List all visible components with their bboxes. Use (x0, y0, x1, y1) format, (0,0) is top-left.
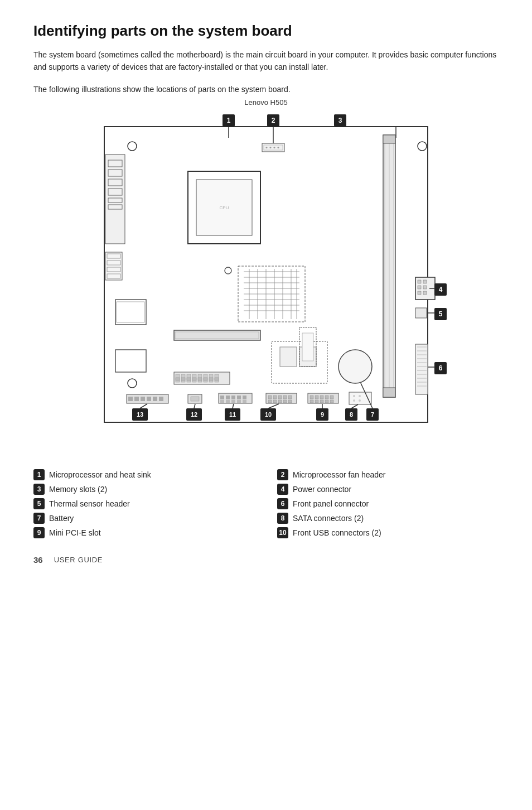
part-label-3: Memory slots (2) (49, 485, 107, 494)
svg-rect-91 (134, 397, 139, 401)
svg-rect-140 (320, 400, 323, 403)
svg-rect-57 (415, 344, 428, 394)
svg-rect-124 (268, 400, 272, 403)
svg-rect-125 (273, 400, 277, 403)
svg-rect-135 (320, 396, 323, 399)
part-number-9: 9 (33, 527, 45, 538)
svg-rect-133 (310, 396, 313, 399)
svg-text:10: 10 (265, 411, 272, 418)
svg-text:7: 7 (371, 411, 374, 418)
part-label-2: Microprocessor fan header (293, 470, 386, 479)
svg-rect-176 (209, 378, 213, 380)
svg-rect-181 (302, 333, 313, 361)
svg-rect-28 (115, 350, 146, 372)
svg-rect-32 (262, 143, 284, 152)
svg-line-98 (140, 404, 147, 408)
svg-rect-44 (418, 280, 421, 283)
svg-rect-114 (243, 400, 246, 403)
svg-line-131 (268, 404, 279, 408)
svg-rect-122 (283, 396, 287, 399)
svg-rect-41 (383, 135, 395, 143)
svg-text:2: 2 (272, 117, 275, 124)
svg-rect-94 (153, 397, 157, 401)
part-item-3: 3 Memory slots (2) (33, 484, 255, 495)
svg-point-35 (270, 147, 272, 148)
parts-list: 1 Microprocessor and heat sink 2 Micropr… (33, 469, 499, 538)
svg-rect-109 (243, 396, 246, 399)
svg-text:6: 6 (439, 364, 443, 372)
diagram-title: Lenovo H505 (244, 98, 287, 107)
svg-point-88 (225, 267, 231, 274)
svg-rect-177 (215, 378, 219, 380)
svg-text:12: 12 (191, 411, 197, 418)
part-number-7: 7 (33, 513, 45, 524)
svg-rect-121 (278, 396, 282, 399)
svg-rect-90 (128, 397, 133, 401)
svg-rect-120 (273, 396, 277, 399)
svg-rect-139 (315, 400, 318, 403)
part-item-2: 2 Microprocessor fan header (277, 469, 499, 480)
svg-rect-112 (231, 400, 235, 403)
svg-rect-123 (288, 396, 292, 399)
svg-text:9: 9 (321, 411, 324, 418)
svg-rect-137 (330, 396, 333, 399)
svg-rect-92 (141, 397, 145, 401)
part-label-4: Power connector (293, 485, 351, 494)
intro-paragraph: The system board (sometimes called the m… (33, 49, 499, 74)
part-item-4: 4 Power connector (277, 484, 499, 495)
svg-point-150 (359, 399, 361, 402)
part-label-6: Front panel connector (293, 499, 369, 508)
part-item-9: 9 Mini PCI-E slot (33, 527, 255, 538)
svg-rect-105 (220, 396, 224, 399)
svg-rect-126 (278, 400, 282, 403)
svg-rect-142 (330, 400, 333, 403)
svg-point-36 (274, 147, 275, 148)
part-label-5: Thermal sensor header (49, 499, 130, 508)
svg-rect-175 (204, 378, 207, 380)
svg-rect-141 (325, 400, 328, 403)
svg-point-154 (338, 350, 372, 383)
svg-point-148 (359, 395, 361, 397)
part-label-10: Front USB connectors (2) (293, 528, 381, 537)
part-number-10: 10 (277, 527, 288, 538)
svg-rect-93 (147, 397, 151, 401)
part-number-5: 5 (33, 498, 45, 509)
svg-rect-138 (310, 400, 313, 403)
part-item-8: 8 SATA connectors (2) (277, 513, 499, 524)
svg-text:CPU: CPU (220, 205, 229, 210)
part-label-7: Battery (49, 514, 74, 523)
svg-rect-113 (237, 400, 241, 403)
part-item-10: 10 Front USB connectors (2) (277, 527, 499, 538)
svg-rect-159 (280, 347, 297, 367)
svg-text:11: 11 (229, 411, 236, 418)
svg-point-34 (266, 147, 268, 148)
svg-rect-48 (418, 291, 421, 295)
svg-point-147 (353, 395, 355, 397)
svg-rect-42 (383, 388, 395, 397)
svg-rect-127 (283, 400, 287, 403)
svg-rect-108 (237, 396, 241, 399)
footer-page-number: 36 (33, 555, 43, 565)
svg-point-149 (353, 399, 355, 402)
part-number-4: 4 (277, 484, 288, 495)
svg-rect-95 (159, 397, 163, 401)
svg-text:13: 13 (137, 411, 143, 418)
svg-rect-173 (192, 378, 196, 380)
svg-rect-111 (226, 400, 230, 403)
part-label-9: Mini PCI-E slot (49, 528, 101, 537)
svg-text:5: 5 (439, 310, 443, 318)
svg-line-117 (233, 404, 234, 408)
svg-line-153 (351, 404, 358, 408)
subtitle: The following illustrations show the loc… (33, 85, 499, 94)
svg-rect-119 (268, 396, 272, 399)
svg-rect-27 (117, 302, 144, 322)
part-number-8: 8 (277, 513, 288, 524)
svg-point-37 (278, 147, 279, 148)
svg-text:3: 3 (338, 117, 342, 124)
svg-rect-110 (220, 400, 224, 403)
svg-point-11 (418, 142, 427, 151)
part-item-7: 7 Battery (33, 513, 255, 524)
svg-rect-136 (325, 396, 328, 399)
svg-rect-53 (415, 308, 427, 318)
svg-rect-26 (115, 300, 146, 325)
